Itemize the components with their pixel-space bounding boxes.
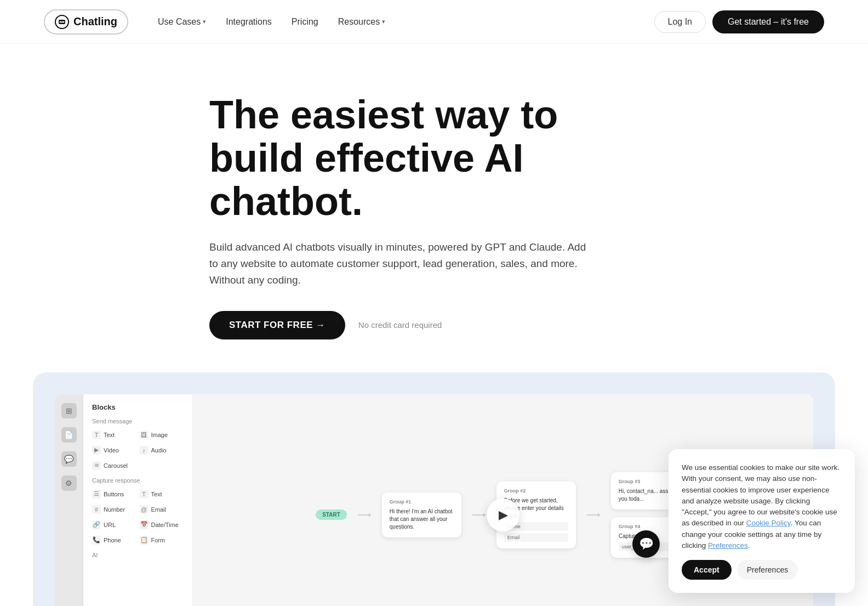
email-icon: @ (140, 505, 149, 514)
form-icon: 📋 (140, 536, 149, 545)
nav-links: Use Cases ▾ Integrations Pricing Resourc… (150, 13, 393, 31)
block-url[interactable]: 🔗 URL (92, 519, 136, 531)
start-badge: START (316, 509, 347, 520)
capture-response-blocks: ☰ Buttons T Text # Number @ Email 🔗 U (92, 488, 184, 546)
block-number[interactable]: # Number (92, 503, 136, 516)
chat-bubble-icon: 💬 (632, 530, 660, 558)
nav-link-integrations[interactable]: Integrations (218, 13, 279, 31)
start-for-free-button[interactable]: START FOR FREE → (209, 311, 345, 339)
hero-headline: The easiest way to build effective AI ch… (209, 93, 659, 224)
preferences-button[interactable]: Preferences (737, 560, 798, 580)
send-message-blocks: T Text 🖼 Image ▶ Video ♪ Audio ≋ Caro (92, 429, 184, 472)
chevron-down-icon: ▾ (203, 18, 206, 25)
nav-link-use-cases[interactable]: Use Cases ▾ (150, 13, 214, 31)
block-audio[interactable]: ♪ Audio (140, 444, 184, 456)
nav-right: Log In Get started – it's free (654, 10, 825, 33)
url-icon: 🔗 (92, 520, 101, 529)
blocks-title: Blocks (92, 403, 184, 411)
sidebar-icon-settings[interactable]: ⚙ (61, 475, 77, 491)
flow-node-group1[interactable]: Group #1 Hi there! I'm an AI chatbot tha… (382, 492, 461, 537)
preferences-link[interactable]: Preferences (708, 541, 748, 550)
text-icon: T (92, 431, 101, 439)
group2-field-email: Email (504, 533, 568, 542)
cookie-banner: We use essential cookies to make our sit… (669, 449, 855, 593)
block-form[interactable]: 📋 Form (140, 534, 184, 546)
nav-link-pricing[interactable]: Pricing (284, 13, 326, 31)
block-buttons[interactable]: ☰ Buttons (92, 488, 136, 500)
block-carousel[interactable]: ≋ Carousel (92, 460, 136, 472)
login-button[interactable]: Log In (654, 11, 706, 33)
image-icon: 🖼 (140, 431, 149, 439)
group1-title: Group #1 (390, 499, 454, 505)
logo-icon (55, 15, 69, 29)
cookie-text: We use essential cookies to make our sit… (682, 462, 842, 551)
chevron-down-icon-2: ▾ (382, 18, 385, 25)
accept-button[interactable]: Accept (682, 560, 732, 580)
block-text[interactable]: T Text (92, 429, 136, 441)
block-image[interactable]: 🖼 Image (140, 429, 184, 441)
navigation: Chatling Use Cases ▾ Integrations Pricin… (0, 0, 868, 44)
block-phone[interactable]: 📞 Phone (92, 534, 136, 546)
demo-sidebar: ⊞ 📄 💬 ⚙ (55, 394, 83, 606)
play-button[interactable]: ▶ (487, 499, 519, 531)
logo[interactable]: Chatling (44, 9, 128, 35)
svg-point-4 (63, 21, 65, 22)
ai-section-label: AI (92, 552, 184, 558)
block-video[interactable]: ▶ Video (92, 444, 136, 456)
number-icon: # (92, 505, 101, 514)
connector-3 (587, 514, 600, 516)
text-capture-icon: T (140, 490, 149, 499)
hero-actions: START FOR FREE → No credit card required (209, 311, 659, 339)
logo-text: Chatling (73, 15, 117, 28)
sidebar-icon-doc[interactable]: 📄 (61, 427, 77, 443)
capture-response-title: Capture response (92, 477, 184, 484)
hero-section: The easiest way to build effective AI ch… (187, 44, 681, 372)
nav-left: Chatling Use Cases ▾ Integrations Pricin… (44, 9, 393, 35)
video-icon: ▶ (92, 446, 101, 455)
svg-point-3 (61, 21, 63, 22)
datetime-icon: 📅 (140, 520, 149, 529)
sidebar-icon-grid[interactable]: ⊞ (61, 403, 77, 418)
nav-link-resources[interactable]: Resources ▾ (330, 13, 393, 31)
cookie-policy-link[interactable]: Cookie Policy (746, 519, 791, 527)
block-email[interactable]: @ Email (140, 503, 184, 516)
demo-blocks-panel: Blocks Send message T Text 🖼 Image ▶ Vid… (83, 394, 193, 606)
sidebar-icon-chat[interactable]: 💬 (61, 451, 77, 467)
cookie-period: . (748, 541, 750, 550)
connector-1 (358, 514, 371, 516)
hero-subtext: Build advanced AI chatbots visually in m… (209, 239, 593, 289)
cookie-message-start: We use essential cookies to make our sit… (682, 463, 840, 527)
group1-content: Hi there! I'm an AI chatbot that can ans… (390, 508, 454, 531)
svg-point-2 (60, 21, 61, 22)
cookie-actions: Accept Preferences (682, 560, 842, 580)
chat-widget-bubble[interactable]: 💬 (632, 530, 660, 558)
buttons-icon: ☰ (92, 490, 101, 499)
carousel-icon: ≋ (92, 461, 101, 470)
block-text-capture[interactable]: T Text (140, 488, 184, 500)
phone-icon: 📞 (92, 536, 101, 545)
group2-title: Group #2 (504, 488, 568, 494)
send-message-title: Send message (92, 418, 184, 424)
audio-icon: ♪ (140, 446, 149, 455)
no-credit-card-text: No credit card required (358, 320, 442, 330)
connector-2 (472, 514, 486, 516)
block-datetime[interactable]: 📅 Date/Time (140, 519, 184, 531)
get-started-button[interactable]: Get started – it's free (712, 10, 824, 33)
